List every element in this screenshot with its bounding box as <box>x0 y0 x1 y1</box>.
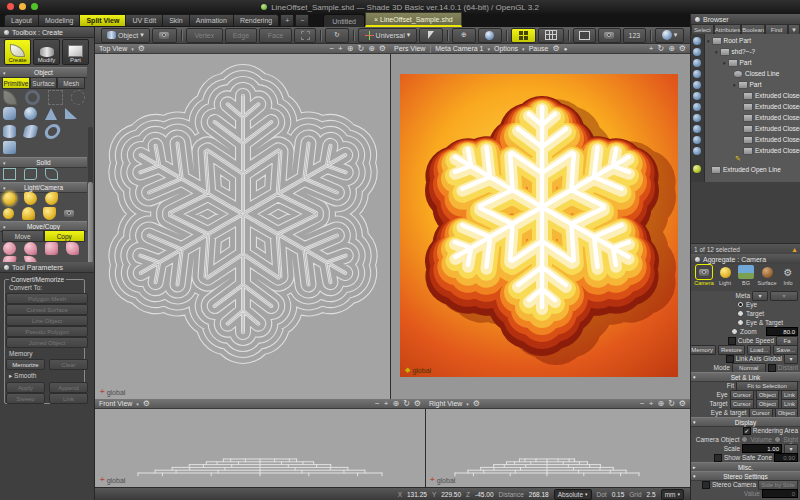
tab-split-view[interactable]: Split View <box>79 14 125 27</box>
sight-radio[interactable] <box>774 436 781 443</box>
convert-joined-object-button[interactable]: Joined Object <box>6 337 88 348</box>
workspace-add-button[interactable]: + <box>280 14 294 27</box>
magnifier-icon[interactable]: ⊕ <box>657 400 664 408</box>
view-gear-icon[interactable]: ⚙ <box>138 45 145 53</box>
wedge-tool-icon[interactable] <box>65 108 77 119</box>
insertion-cursor[interactable]: ✎ <box>735 155 741 163</box>
tab-skin[interactable]: Skin <box>162 14 189 27</box>
distant-checkbox[interactable] <box>768 364 776 372</box>
copy-scale-tool-icon[interactable] <box>45 242 58 255</box>
zoom-in-icon[interactable]: + <box>649 400 654 408</box>
link-axis-dropdown[interactable]: ▾ <box>784 354 798 364</box>
zoom-out-icon[interactable]: − <box>640 400 645 408</box>
visibility-toggle[interactable] <box>693 37 701 45</box>
camera-select-button[interactable] <box>152 28 178 43</box>
zoom-in-icon[interactable]: + <box>649 45 654 53</box>
view-options-icon[interactable]: ⚙ <box>379 45 386 53</box>
tree-row[interactable]: Extruded Closed <box>743 90 800 101</box>
doc-tab-active[interactable]: × LineOffset_Sample.shd <box>365 12 462 27</box>
preview-display-button[interactable] <box>573 28 596 43</box>
pers-viewport[interactable]: ◆ global <box>390 54 690 399</box>
solid-box-tool-icon[interactable] <box>3 168 16 180</box>
unit-dropdown[interactable]: mm▾ <box>661 489 684 500</box>
zoom-in-icon[interactable]: + <box>338 45 343 53</box>
visibility-toggle[interactable] <box>693 81 701 89</box>
directional-light-tool-icon[interactable] <box>45 192 58 205</box>
sweep-button[interactable]: Sweep <box>6 393 45 404</box>
close-doc-icon[interactable]: × <box>374 16 378 23</box>
rounded-box-tool-icon[interactable] <box>3 107 16 120</box>
visibility-toggle[interactable] <box>693 92 701 100</box>
area-light-tool-icon[interactable] <box>22 207 35 220</box>
vertex-mode-button[interactable]: Vertex <box>186 28 222 43</box>
close-window-button[interactable] <box>7 3 14 10</box>
select-region-button[interactable] <box>294 28 316 43</box>
safe-zone-field[interactable]: 0.90 <box>774 453 798 462</box>
workspace-remove-button[interactable]: − <box>295 14 309 27</box>
magnifier-icon[interactable]: ⊕ <box>347 45 354 53</box>
grid-settings-button[interactable] <box>538 28 564 43</box>
visibility-toggle[interactable] <box>693 114 701 122</box>
tree-row[interactable]: Extruded Closed <box>743 101 800 112</box>
view-gear-icon[interactable]: ⚙ <box>473 400 480 408</box>
visibility-toggle[interactable] <box>693 59 701 67</box>
universal-manipulator-button[interactable]: Universal ▾ <box>358 28 417 43</box>
visibility-toggle[interactable] <box>693 48 701 56</box>
tree-row[interactable]: ▾Root Part <box>707 35 751 46</box>
pers-options-menu[interactable]: Options <box>494 45 518 52</box>
four-view-layout-button[interactable] <box>511 28 537 43</box>
torus-tool-icon[interactable] <box>43 124 62 139</box>
create-mode-button[interactable]: Create <box>4 39 31 65</box>
dashed-circle-tool-icon[interactable] <box>71 90 85 105</box>
tree-row[interactable]: ▾shd?~-? <box>715 46 755 57</box>
link-button[interactable]: Link <box>49 393 88 404</box>
right-viewport[interactable]: + global <box>425 409 690 487</box>
tab-uv-edit[interactable]: UV Edit <box>125 14 162 27</box>
solid-section-header[interactable]: ▾ Solid <box>0 157 87 168</box>
rotate-view-icon[interactable]: ↻ <box>657 45 664 53</box>
record-icon[interactable]: ● <box>564 46 568 52</box>
visibility-toggle[interactable] <box>693 136 701 144</box>
top-viewport[interactable]: + global <box>95 54 390 399</box>
convert-curved-surface-button[interactable]: Curved Surface <box>6 304 88 315</box>
tab-surface[interactable]: Surface <box>30 77 58 89</box>
stereo-value-field[interactable]: 0 <box>762 489 798 498</box>
tab-layout[interactable]: Layout <box>4 14 38 27</box>
eye-radio[interactable] <box>737 301 744 308</box>
tree-row[interactable]: Extruded Closed <box>743 123 800 134</box>
copy-mirror-tool-icon[interactable] <box>66 242 79 255</box>
fit-view-icon[interactable]: ⊕ <box>368 45 375 53</box>
apply-button[interactable]: Apply <box>6 382 45 393</box>
coordinate-mode-dropdown[interactable]: Absolute▾ <box>554 489 592 500</box>
mode-dropdown[interactable]: Normal <box>732 363 766 373</box>
solid-sweep-tool-icon[interactable] <box>45 168 58 180</box>
cube-speed-checkbox[interactable] <box>728 337 736 345</box>
eye-target-object-button[interactable]: Object <box>775 408 798 418</box>
chevron-down-icon[interactable]: ▾ <box>487 46 490 52</box>
viewport-divider-vertical-bottom[interactable] <box>425 409 426 487</box>
move-button[interactable]: Move <box>2 230 44 242</box>
cone-tool-icon[interactable] <box>45 108 57 120</box>
tab-animation[interactable]: Animation <box>189 14 233 27</box>
sphere-tool-icon[interactable] <box>24 107 37 120</box>
aggregate-tab-bg[interactable]: BG <box>736 265 756 289</box>
safe-zone-checkbox[interactable] <box>714 454 722 462</box>
rotate-view-button[interactable]: ↻ <box>325 28 349 43</box>
scale-field[interactable]: 1.00 <box>742 444 782 453</box>
front-viewport[interactable]: + global <box>95 409 425 487</box>
append-button[interactable]: Append <box>49 382 88 393</box>
zoom-out-icon[interactable]: − <box>329 45 334 53</box>
convert-pseudo-polygon-button[interactable]: Pseudo Polygon <box>6 326 88 337</box>
magnifier-icon[interactable]: ⊕ <box>668 45 675 53</box>
tab-mesh[interactable]: Mesh <box>57 77 85 89</box>
tab-primitive[interactable]: Primitive <box>2 77 30 89</box>
tree-row[interactable]: ▾Part <box>733 79 761 90</box>
collapse-icon[interactable]: ▸ <box>9 372 12 379</box>
copy-button[interactable]: Copy <box>44 230 86 242</box>
render-image-button[interactable] <box>598 28 621 43</box>
view-gear-icon[interactable]: ⚙ <box>143 400 150 408</box>
view-menu-icon[interactable]: ▾ <box>466 401 469 407</box>
load-button[interactable]: Load... <box>747 345 771 355</box>
minimize-window-button[interactable] <box>19 3 26 10</box>
view-options-icon[interactable]: ⚙ <box>679 400 686 408</box>
